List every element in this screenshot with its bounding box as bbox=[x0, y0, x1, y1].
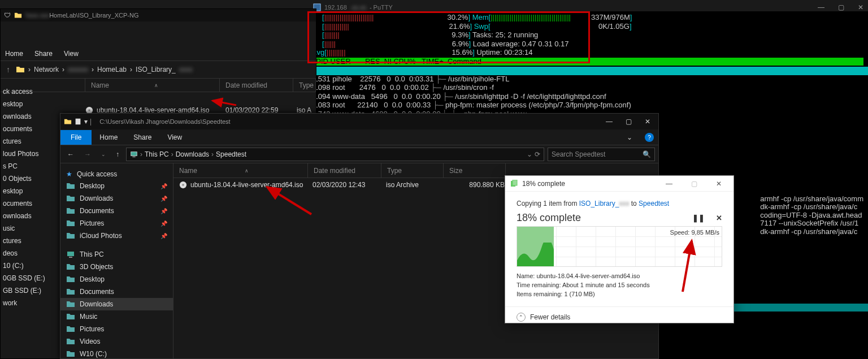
svg-rect-6 bbox=[67, 252, 74, 256]
sidebar-item[interactable]: Downloads bbox=[60, 298, 173, 310]
source-link[interactable]: ISO_Library_xxx bbox=[579, 200, 630, 207]
sidebar-quick-access[interactable]: ★Quick access bbox=[60, 167, 173, 180]
svg-point-2 bbox=[88, 109, 90, 111]
help-icon[interactable]: ? bbox=[645, 133, 654, 142]
sidebar-item[interactable]: 10 (C:) bbox=[1, 259, 54, 272]
close-button[interactable]: ✕ bbox=[639, 116, 656, 127]
htop-selected-row bbox=[307, 67, 868, 75]
sidebar-item[interactable]: ctures bbox=[1, 135, 54, 148]
sidebar-item[interactable]: Downloads📌 bbox=[60, 192, 173, 205]
sidebar-item[interactable]: ownloads bbox=[1, 110, 54, 123]
sidebar-item[interactable]: ocuments bbox=[1, 197, 54, 210]
copy-dialog: 18% complete — ▢ ✕ Copying 1 item from I… bbox=[505, 175, 734, 323]
sidebar-item[interactable]: usic bbox=[1, 222, 54, 235]
svg-rect-11 bbox=[513, 180, 517, 185]
sidebar-item[interactable]: W10 (C:) bbox=[60, 348, 173, 358]
sidebar-item[interactable]: Pictures📌 bbox=[60, 217, 173, 230]
pause-button[interactable]: ❚❚ bbox=[692, 214, 705, 222]
putty-title: 192.168.xx.xx - PuTTY bbox=[313, 3, 393, 11]
sidebar-item[interactable]: 0 Objects bbox=[1, 172, 54, 185]
sidebar-item[interactable]: ck access bbox=[1, 85, 54, 98]
dialog-titlebar: 18% complete — ▢ ✕ bbox=[505, 176, 734, 192]
close-button[interactable]: ✕ bbox=[858, 3, 863, 11]
copy-details: Name: ubuntu-18.04.4-live-server-amd64.i… bbox=[517, 271, 722, 299]
sidebar-item[interactable]: ownloads bbox=[1, 210, 54, 222]
maximize-button[interactable]: ▢ bbox=[620, 116, 637, 127]
menu-view[interactable]: View bbox=[64, 50, 79, 58]
sidebar-item[interactable]: Desktop📌 bbox=[60, 180, 173, 192]
pc-icon bbox=[130, 150, 138, 158]
menu-view[interactable]: View bbox=[159, 133, 190, 141]
breadcrumb[interactable]: › This PC› Downloads› Speedtest ⌄ ⟳ bbox=[126, 148, 544, 161]
sidebar-item[interactable]: esktop bbox=[1, 185, 54, 197]
menu-file[interactable]: File bbox=[60, 130, 92, 145]
dest-link[interactable]: Speedtest bbox=[639, 200, 669, 207]
sidebar-item[interactable]: Documents bbox=[60, 286, 173, 298]
minimize-button[interactable]: — bbox=[659, 176, 679, 192]
minimize-button[interactable]: — bbox=[601, 116, 618, 127]
sidebar-item[interactable]: Desktop bbox=[60, 273, 173, 286]
pc-icon bbox=[66, 250, 75, 259]
sidebar-item[interactable]: Music bbox=[60, 310, 173, 323]
maximize-button[interactable]: ▢ bbox=[684, 176, 704, 192]
close-button[interactable]: ✕ bbox=[709, 176, 729, 192]
file-icon bbox=[74, 118, 82, 126]
shield-icon: 🛡 bbox=[4, 11, 11, 19]
sidebar-item[interactable]: ocuments bbox=[1, 123, 54, 135]
menu-home[interactable]: Home bbox=[5, 50, 23, 58]
menubar: File Home Share View ⌄ ? bbox=[60, 129, 658, 145]
forward-button[interactable]: → bbox=[81, 150, 94, 158]
svg-rect-3 bbox=[76, 119, 81, 125]
sidebar: ★Quick access Desktop📌Downloads📌Document… bbox=[60, 163, 173, 358]
up-button[interactable]: ↑ bbox=[4, 65, 12, 74]
sidebar-item[interactable]: work bbox=[1, 297, 54, 309]
navbar: ↑ › Network ›xxxxxx› HomeLab › ISO_Libra… bbox=[1, 60, 316, 79]
putty-window-buttons: — ▢ ✕ bbox=[818, 3, 863, 11]
sidebar-item[interactable]: loud Photos bbox=[1, 148, 54, 160]
minimize-button[interactable]: — bbox=[818, 3, 824, 11]
svg-rect-7 bbox=[69, 257, 72, 258]
crumb-isolib[interactable]: ISO_Library_ bbox=[136, 66, 176, 73]
sidebar-item[interactable]: iCloud Photos📌 bbox=[60, 230, 173, 242]
chevron-down-icon[interactable]: ⌄ bbox=[527, 150, 532, 158]
chevron-up-icon: ⌃ bbox=[517, 313, 526, 322]
htop-header: PID USER RES NI CPU% TIME+ Command bbox=[312, 58, 863, 66]
search-icon: 🔍 bbox=[643, 150, 651, 158]
menu-share[interactable]: Share bbox=[34, 50, 53, 58]
chevron-down-icon[interactable]: ⌄ bbox=[619, 133, 640, 141]
sidebar-item[interactable]: GB SSD (E:) bbox=[1, 284, 54, 297]
titlebar: ▾ | C:\Users\Vikash Jhagroe\Downloads\Sp… bbox=[60, 114, 658, 129]
back-button[interactable]: ← bbox=[64, 150, 77, 158]
sidebar-item[interactable]: ctures bbox=[1, 235, 54, 247]
sidebar-item[interactable]: 0GB SSD (E:) bbox=[1, 272, 54, 284]
refresh-icon[interactable]: ⟳ bbox=[535, 150, 540, 158]
speed-graph: Speed: 9,85 MB/s bbox=[517, 226, 722, 267]
menu-home[interactable]: Home bbox=[92, 133, 125, 141]
sidebar: ck accessesktopownloadsocumentsctureslou… bbox=[1, 85, 54, 358]
folder-icon bbox=[64, 118, 72, 126]
sidebar-item[interactable]: deos bbox=[1, 247, 54, 259]
sidebar-item[interactable]: Videos bbox=[60, 335, 173, 348]
sidebar-item[interactable]: s PC bbox=[1, 160, 54, 172]
iso-icon bbox=[179, 181, 187, 189]
search-input[interactable]: Search Speedtest 🔍 bbox=[548, 148, 655, 161]
menubar: Home Share View bbox=[1, 47, 316, 60]
speed-label: Speed: 9,85 MB/s bbox=[670, 229, 719, 236]
sidebar-item[interactable]: Documents📌 bbox=[60, 205, 173, 217]
sidebar-this-pc[interactable]: This PC bbox=[60, 246, 173, 261]
svg-rect-5 bbox=[132, 156, 135, 157]
sidebar-item[interactable]: 3D Objects bbox=[60, 261, 173, 273]
crumb-homelab[interactable]: HomeLab bbox=[97, 66, 127, 73]
svg-rect-4 bbox=[131, 152, 137, 155]
cancel-button[interactable]: ✕ bbox=[716, 214, 722, 222]
fewer-details-button[interactable]: ⌃ Fewer details bbox=[505, 306, 734, 327]
copy-source-line: Copying 1 item from ISO_Library_xxx to S… bbox=[517, 200, 722, 207]
copy-icon bbox=[510, 180, 518, 188]
maximize-button[interactable]: ▢ bbox=[838, 3, 844, 11]
folder-icon bbox=[14, 11, 22, 19]
sidebar-item[interactable]: Pictures bbox=[60, 323, 173, 335]
up-button[interactable]: ↑ bbox=[112, 150, 123, 158]
crumb-network[interactable]: Network bbox=[34, 66, 59, 73]
sidebar-item[interactable]: esktop bbox=[1, 98, 54, 110]
menu-share[interactable]: Share bbox=[125, 133, 159, 141]
